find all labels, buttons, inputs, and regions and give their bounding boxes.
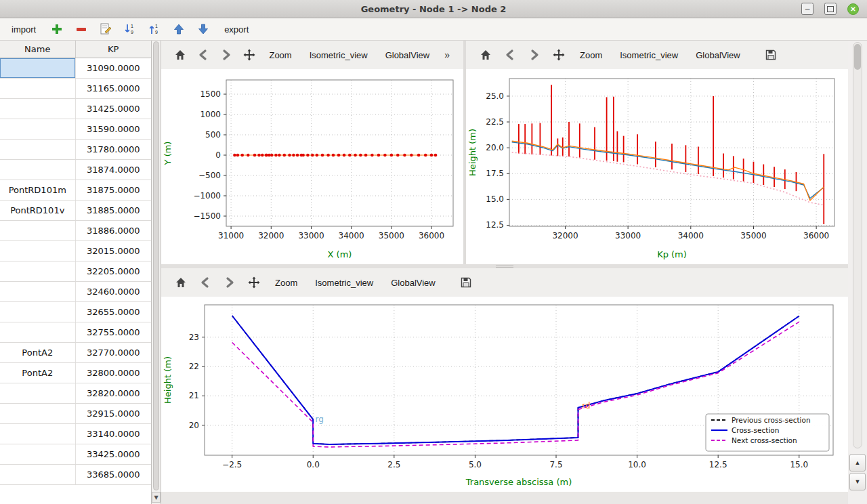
isometric-view-button[interactable]: Isometric_view bbox=[613, 47, 685, 63]
home-button[interactable] bbox=[171, 272, 191, 293]
table-scrollbar-thumb[interactable] bbox=[153, 41, 159, 490]
name-cell[interactable] bbox=[0, 322, 76, 342]
name-cell[interactable] bbox=[0, 99, 76, 119]
name-cell[interactable] bbox=[0, 79, 76, 98]
scrollbar-thumb[interactable] bbox=[854, 44, 861, 70]
isometric-view-button[interactable]: Isometric_view bbox=[303, 47, 375, 63]
sort-descending-button[interactable]: 19 bbox=[122, 21, 138, 37]
name-cell[interactable] bbox=[0, 383, 76, 403]
kp-cell[interactable]: 33685.0000 bbox=[76, 465, 152, 484]
remove-row-button[interactable] bbox=[73, 21, 89, 37]
kp-cell[interactable]: 32820.0000 bbox=[76, 383, 152, 403]
import-button[interactable]: import bbox=[7, 22, 41, 37]
kp-cell[interactable]: 32655.0000 bbox=[76, 302, 152, 322]
home-button[interactable] bbox=[171, 45, 190, 65]
forward-button[interactable] bbox=[524, 45, 545, 65]
table-row[interactable]: PontRD101v31885.0000 bbox=[0, 201, 151, 221]
save-figure-button[interactable] bbox=[761, 45, 781, 65]
scroll-up-button[interactable]: ▲ bbox=[849, 454, 866, 471]
global-view-button[interactable]: GlobalView bbox=[379, 47, 437, 63]
table-row[interactable]: PontA232800.0000 bbox=[0, 363, 151, 383]
table-row[interactable]: 32915.0000 bbox=[0, 404, 151, 424]
table-row[interactable]: 32655.0000 bbox=[0, 302, 151, 322]
global-view-button[interactable]: GlobalView bbox=[689, 47, 747, 63]
plan-chart[interactable]: 310003200033000340003500036000−1500−1000… bbox=[161, 69, 463, 264]
kp-cell[interactable]: 31875.0000 bbox=[76, 180, 152, 200]
close-button[interactable]: ✕ bbox=[847, 3, 859, 15]
name-cell[interactable] bbox=[0, 119, 76, 139]
table-row[interactable]: 32205.0000 bbox=[0, 261, 151, 282]
pan-button[interactable] bbox=[244, 272, 264, 293]
table-row[interactable]: 31886.0000 bbox=[0, 221, 151, 241]
profile-chart[interactable]: 320003300034000350003600012.515.017.520.… bbox=[466, 69, 848, 264]
name-cell[interactable] bbox=[0, 241, 76, 261]
kp-cell[interactable]: 32460.0000 bbox=[76, 282, 152, 301]
table-row[interactable]: 32755.0000 bbox=[0, 322, 151, 343]
isometric-view-button[interactable]: Isometric_view bbox=[308, 275, 380, 291]
back-button[interactable] bbox=[194, 45, 213, 65]
kp-cell[interactable]: 31874.0000 bbox=[76, 160, 152, 180]
kp-cell[interactable]: 31885.0000 bbox=[76, 201, 152, 220]
name-cell[interactable] bbox=[0, 282, 76, 301]
pan-button[interactable] bbox=[240, 45, 259, 65]
table-row[interactable]: 32820.0000 bbox=[0, 383, 151, 404]
zoom-button[interactable]: Zoom bbox=[268, 275, 304, 291]
pan-button[interactable] bbox=[549, 45, 569, 65]
table-row[interactable]: 31090.0000 bbox=[0, 58, 151, 79]
kp-cell[interactable]: 32015.0000 bbox=[76, 241, 152, 261]
name-cell[interactable]: PontA2 bbox=[0, 363, 76, 383]
table-row[interactable]: 33425.0000 bbox=[0, 444, 151, 465]
edit-button[interactable] bbox=[98, 21, 114, 37]
kp-cell[interactable]: 33425.0000 bbox=[76, 444, 152, 464]
export-button[interactable]: export bbox=[219, 22, 253, 37]
name-cell[interactable] bbox=[0, 140, 76, 159]
kp-cell[interactable]: 31165.0000 bbox=[76, 79, 152, 98]
kp-cell[interactable]: 31090.0000 bbox=[76, 58, 152, 78]
table-row[interactable]: 31425.0000 bbox=[0, 99, 151, 119]
table-row[interactable]: 33140.0000 bbox=[0, 424, 151, 444]
kp-cell[interactable]: 31425.0000 bbox=[76, 99, 152, 119]
kp-cell[interactable]: 32755.0000 bbox=[76, 322, 152, 342]
name-cell[interactable] bbox=[0, 160, 76, 180]
table-row[interactable]: 31165.0000 bbox=[0, 79, 151, 99]
table-row[interactable]: 31780.0000 bbox=[0, 140, 151, 160]
name-cell[interactable] bbox=[0, 404, 76, 423]
column-header-kp[interactable]: KP bbox=[76, 41, 152, 58]
name-cell[interactable] bbox=[0, 424, 76, 444]
name-cell[interactable] bbox=[0, 302, 76, 322]
zoom-button[interactable]: Zoom bbox=[262, 47, 298, 63]
name-cell[interactable]: PontRD101v bbox=[0, 201, 76, 220]
back-button[interactable] bbox=[500, 45, 520, 65]
move-up-button[interactable] bbox=[171, 21, 187, 37]
cross-section-chart[interactable]: −2.50.02.55.07.510.012.515.020212223Tran… bbox=[161, 297, 848, 492]
name-cell[interactable] bbox=[0, 221, 76, 240]
minimize-button[interactable]: – bbox=[801, 3, 813, 15]
table-row[interactable]: 32015.0000 bbox=[0, 241, 151, 261]
column-header-name[interactable]: Name bbox=[0, 41, 76, 58]
name-cell[interactable]: PontRD101m bbox=[0, 180, 76, 200]
scrollbar-track[interactable] bbox=[853, 42, 862, 448]
kp-cell[interactable]: 31590.0000 bbox=[76, 119, 152, 139]
name-cell[interactable]: PontA2 bbox=[0, 343, 76, 362]
kp-cell[interactable]: 31780.0000 bbox=[76, 140, 152, 159]
name-cell[interactable] bbox=[0, 58, 76, 78]
table-row[interactable]: 31874.0000 bbox=[0, 160, 151, 180]
forward-button[interactable] bbox=[217, 45, 236, 65]
maximize-button[interactable] bbox=[824, 3, 837, 15]
add-row-button[interactable] bbox=[49, 21, 65, 37]
table-row[interactable]: 33685.0000 bbox=[0, 465, 151, 485]
global-view-button[interactable]: GlobalView bbox=[384, 275, 442, 291]
kp-cell[interactable]: 33140.0000 bbox=[76, 424, 152, 444]
name-cell[interactable] bbox=[0, 261, 76, 281]
table-scrollbar[interactable]: ▼ bbox=[152, 41, 161, 504]
sort-ascending-button[interactable]: 19 bbox=[146, 21, 163, 37]
name-cell[interactable] bbox=[0, 465, 76, 484]
kp-cell[interactable]: 32205.0000 bbox=[76, 261, 152, 281]
kp-cell[interactable]: 32770.0000 bbox=[76, 343, 152, 362]
table-row[interactable]: PontA232770.0000 bbox=[0, 343, 151, 363]
table-row[interactable]: PontRD101m31875.0000 bbox=[0, 180, 151, 201]
kp-cell[interactable]: 31886.0000 bbox=[76, 221, 152, 240]
name-cell[interactable] bbox=[0, 444, 76, 464]
save-figure-button[interactable] bbox=[456, 272, 476, 293]
zoom-button[interactable]: Zoom bbox=[573, 47, 609, 63]
